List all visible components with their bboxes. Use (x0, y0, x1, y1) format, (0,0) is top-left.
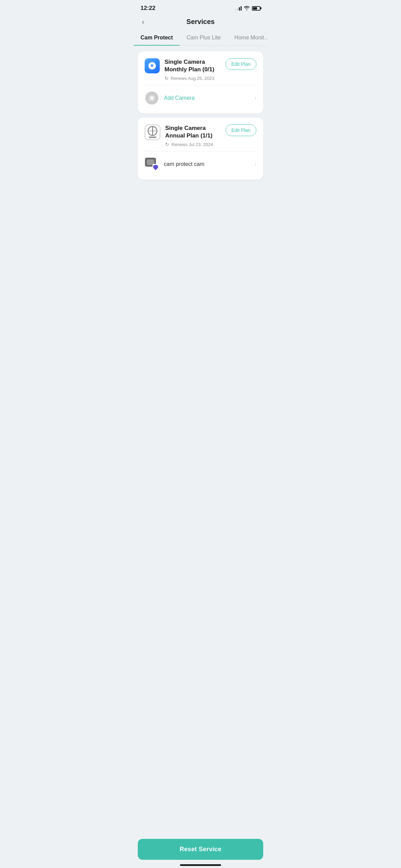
annual-plan-title: Single Camera Annual Plan (1/1) (165, 124, 226, 140)
cam-protect-cam-left: cam protect cam (145, 157, 204, 171)
content-area: Single Camera Monthly Plan (0/1) ↻ Renew… (134, 46, 267, 189)
tab-cam-plus-lite[interactable]: Cam Plus Lite (180, 31, 228, 46)
status-time: 12:22 (141, 5, 155, 12)
wifi-icon (244, 5, 250, 11)
back-button[interactable]: ‹ (141, 16, 146, 27)
add-camera-icon-wrap (145, 91, 159, 105)
monthly-plan-title: Single Camera Monthly Plan (0/1) (165, 58, 226, 73)
annual-plan-renewal: ↻ Renews Jul 23, 2024 (165, 142, 226, 147)
add-camera-left: Add Camera (145, 91, 195, 105)
cam-protect-cam-row[interactable]: cam protect cam › (145, 156, 256, 173)
add-camera-chevron: › (255, 95, 256, 101)
add-camera-label: Add Camera (164, 95, 195, 101)
monthly-plan-text: Single Camera Monthly Plan (0/1) ↻ Renew… (165, 58, 226, 81)
battery-icon (252, 6, 260, 11)
page-title: Services (186, 18, 215, 26)
monthly-plan-renewal: ↻ Renews Aug 25, 2023 (165, 75, 226, 81)
monthly-divider (145, 85, 256, 85)
header: ‹ Services (134, 14, 267, 31)
renewal-icon-2: ↻ (165, 142, 169, 147)
tab-home-monitor[interactable]: Home Monit… (228, 31, 267, 46)
cam-protect-cam-chevron: › (255, 161, 256, 167)
cam-shield-icon-wrap (145, 157, 159, 171)
monthly-plan-card: Single Camera Monthly Plan (0/1) ↻ Renew… (138, 51, 263, 113)
annual-plan-card: WWW Single Camera Annual Plan (1/1) ↻ Re… (138, 118, 263, 180)
signal-icon (235, 6, 242, 11)
camera-placeholder-icon (145, 92, 158, 105)
add-camera-row[interactable]: Add Camera › (145, 89, 256, 107)
annual-plan-text: Single Camera Annual Plan (1/1) ↻ Renews… (165, 124, 226, 147)
cam-protect-cam-label: cam protect cam (164, 161, 204, 167)
status-bar: 12:22 (134, 0, 267, 14)
monthly-edit-plan-button[interactable]: Edit Plan (226, 58, 256, 70)
monthly-plan-info: Single Camera Monthly Plan (0/1) ↻ Renew… (145, 58, 226, 81)
monthly-plan-header: Single Camera Monthly Plan (0/1) ↻ Renew… (145, 58, 256, 81)
tab-cam-protect[interactable]: Cam Protect (134, 31, 180, 46)
status-icons (235, 5, 260, 11)
annual-plan-header: WWW Single Camera Annual Plan (1/1) ↻ Re… (145, 124, 256, 147)
annual-plan-info: WWW Single Camera Annual Plan (1/1) ↻ Re… (145, 124, 226, 147)
tabs-container: Cam Protect Cam Plus Lite Home Monit… (134, 31, 267, 46)
www-globe-icon: WWW (145, 124, 160, 140)
annual-edit-plan-button[interactable]: Edit Plan (226, 124, 256, 136)
renewal-icon: ↻ (165, 75, 169, 81)
appstore-icon (145, 58, 160, 73)
annual-divider (145, 151, 256, 152)
